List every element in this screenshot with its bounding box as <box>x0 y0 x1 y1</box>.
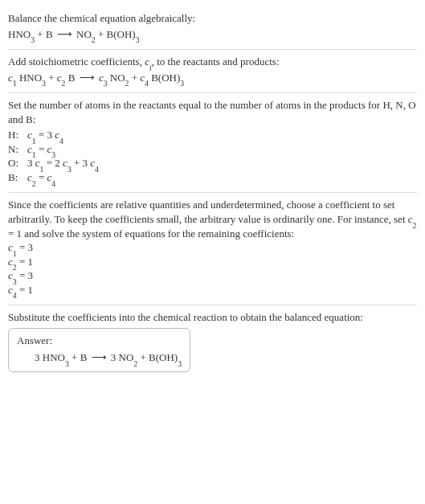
step2-text-a: Add stoichiometric coefficients, <box>8 55 145 68</box>
c2-sub: 2 <box>62 79 66 88</box>
c3-var: c <box>99 72 104 84</box>
step5-text: Substitute the coefficients into the che… <box>8 310 417 325</box>
step1-text: Balance the chemical equation algebraica… <box>8 11 417 26</box>
step-solve-coefficients: Since the coefficients are relative quan… <box>8 193 417 305</box>
step1-eq-text: HNO3 + B ⟶ NO2 + B(OH)3 <box>8 28 140 40</box>
lbl-n: N: <box>8 143 18 155</box>
coefficient-values: c1 = 3 c2 = 1 c3 = 3 c4 = 1 <box>8 240 417 297</box>
c2-var: c <box>57 72 62 84</box>
step4-text: Since the coefficients are relative quan… <box>8 198 417 240</box>
answer-box: Answer: 3 HNO3 + B ⟶ 3 NO2 + B(OH)3 <box>8 328 190 372</box>
plus1: + <box>46 72 57 84</box>
step2-equation: c1 HNO3 + c2 B ⟶ c3 NO2 + c4 B(OH)3 <box>8 71 417 85</box>
c1-var: c <box>8 72 13 84</box>
c3-sub: 3 <box>104 79 108 88</box>
c4-sub: 4 <box>145 79 149 88</box>
sp4: NO <box>108 72 125 84</box>
atom-label-n: N: <box>8 142 19 157</box>
step-balance-intro: Balance the chemical equation algebraica… <box>8 6 417 50</box>
sp1: HNO <box>17 72 42 84</box>
step3-text: Set the number of atoms in the reactants… <box>8 98 417 126</box>
answer-equation: 3 HNO3 + B ⟶ 3 NO2 + B(OH)3 <box>17 350 182 365</box>
atom-row-o: O: 3 c1 = 2 c3 + 3 c4 <box>8 156 417 170</box>
coeff-c3: c3 = 3 <box>8 268 417 283</box>
atom-eq-h: c1 = 3 c4 <box>27 128 63 142</box>
sp5: B(OH) <box>149 72 180 84</box>
coeff-c4: c4 = 1 <box>8 283 417 297</box>
atom-equations-table: H: c1 = 3 c4 N: c1 = c3 O: 3 c1 = 2 c3 +… <box>8 128 417 184</box>
lbl-o: O: <box>8 157 18 169</box>
arrow: ⟶ <box>78 72 96 84</box>
step2-text: Add stoichiometric coefficients, ci, to … <box>8 55 417 69</box>
atom-eq-o: 3 c1 = 2 c3 + 3 c4 <box>27 156 99 170</box>
coeff-c1: c1 = 3 <box>8 240 417 255</box>
lbl-h: H: <box>8 129 18 141</box>
step-add-coefficients: Add stoichiometric coefficients, ci, to … <box>8 50 417 93</box>
no2-sub: 2 <box>125 79 129 88</box>
plus2: + <box>129 72 140 84</box>
hno3-sub: 3 <box>42 79 46 88</box>
sp2: B <box>65 72 77 84</box>
answer-label: Answer: <box>17 334 182 348</box>
atom-label-h: H: <box>8 128 19 142</box>
step2-text-b: , to the reactants and products: <box>152 55 280 68</box>
coeff-c2: c2 = 1 <box>8 255 417 269</box>
step1-equation: HNO3 + B ⟶ NO2 + B(OH)3 <box>8 27 417 42</box>
lbl-b: B: <box>8 171 18 183</box>
step-answer: Substitute the coefficients into the che… <box>8 305 417 380</box>
atom-row-h: H: c1 = 3 c4 <box>8 128 417 142</box>
boh3-sub: 3 <box>180 79 184 88</box>
step-atom-balance: Set the number of atoms in the reactants… <box>8 93 417 193</box>
c1-sub: 1 <box>13 79 17 88</box>
atom-label-b: B: <box>8 170 19 185</box>
step2-sub: i <box>149 64 152 72</box>
atom-row-n: N: c1 = c3 <box>8 142 417 157</box>
atom-label-o: O: <box>8 156 19 170</box>
